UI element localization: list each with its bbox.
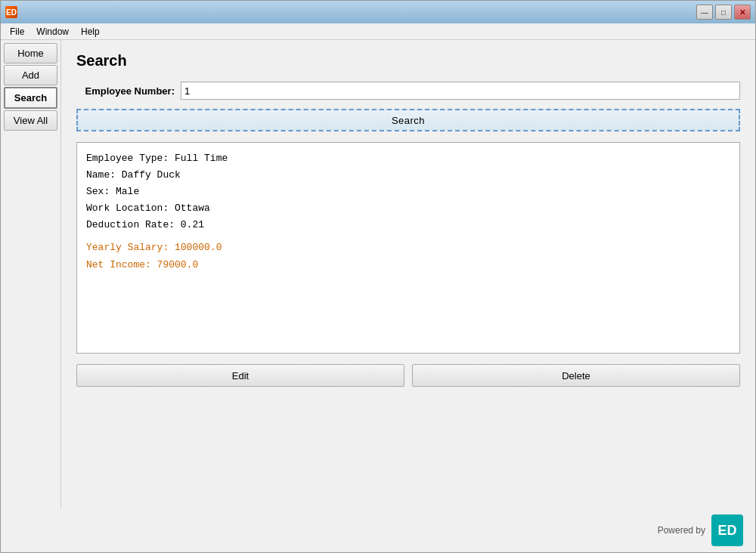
result-line-2: Sex: Male xyxy=(86,184,730,200)
result-line-1: Name: Daffy Duck xyxy=(86,167,730,184)
nav-home-button[interactable]: Home xyxy=(4,43,57,63)
main-window: ED — □ ✕ File Window Help Home Add Searc… xyxy=(0,0,756,553)
menu-file[interactable]: File xyxy=(4,25,30,39)
nav-search-button[interactable]: Search xyxy=(4,87,57,109)
result-line-3: Work Location: Ottawa xyxy=(86,200,730,217)
title-bar-left: ED xyxy=(5,6,22,18)
edit-button[interactable]: Edit xyxy=(76,364,404,387)
maximize-button[interactable]: □ xyxy=(715,5,732,20)
close-button[interactable]: ✕ xyxy=(734,5,751,20)
menu-window[interactable]: Window xyxy=(30,25,75,39)
menu-bar: File Window Help xyxy=(1,23,755,40)
action-buttons: Edit Delete xyxy=(76,364,740,387)
title-bar: ED — □ ✕ xyxy=(1,1,755,23)
menu-help[interactable]: Help xyxy=(75,25,106,39)
minimize-button[interactable]: — xyxy=(696,5,713,20)
search-button[interactable]: Search xyxy=(76,109,740,131)
main-content: Search Employee Number: Search Employee … xyxy=(61,40,755,508)
powered-by-text: Powered by xyxy=(658,525,705,536)
app-body: Home Add Search View All Search Employee… xyxy=(1,40,755,508)
page-title: Search xyxy=(76,52,740,70)
result-line-4: Deduction Rate: 0.21 xyxy=(86,217,730,233)
nav-viewall-button[interactable]: View All xyxy=(4,110,57,131)
title-bar-controls: — □ ✕ xyxy=(696,5,751,20)
search-button-container: Search xyxy=(76,109,740,131)
delete-button[interactable]: Delete xyxy=(412,364,740,387)
ed-logo: ED xyxy=(711,514,743,546)
result-line-0: Employee Type: Full Time xyxy=(86,150,730,167)
app-icon: ED xyxy=(5,6,17,18)
employee-number-label: Employee Number: xyxy=(76,85,175,97)
employee-number-input[interactable] xyxy=(181,82,740,100)
employee-number-row: Employee Number: xyxy=(76,82,740,100)
result-line-7: Net Income: 79000.0 xyxy=(86,257,730,273)
nav-add-button[interactable]: Add xyxy=(4,65,57,85)
result-spacer xyxy=(86,233,730,239)
result-line-6: Yearly Salary: 100000.0 xyxy=(86,239,730,256)
footer: Powered by ED xyxy=(1,508,755,552)
sidebar: Home Add Search View All xyxy=(1,40,61,508)
result-box: Employee Type: Full Time Name: Daffy Duc… xyxy=(76,142,740,354)
